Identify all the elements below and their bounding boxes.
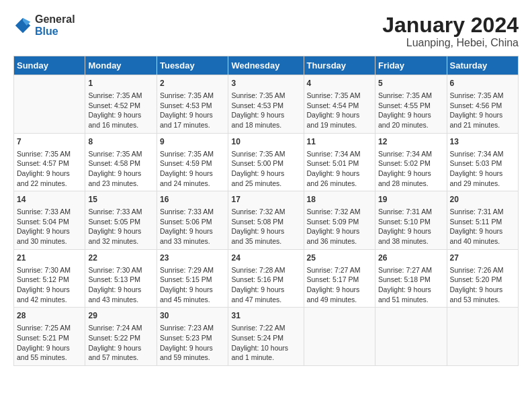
day-number: 5 [378,78,443,89]
cell-info-line: and 57 minutes. [88,353,153,363]
calendar-week-row: 14Sunrise: 7:33 AMSunset: 5:04 PMDayligh… [14,191,519,250]
cell-info-line: and 19 minutes. [307,120,372,130]
cell-info-line: Sunrise: 7:33 AM [160,207,225,217]
cell-info-line: Sunrise: 7:23 AM [160,323,225,333]
calendar-cell: 3Sunrise: 7:35 AMSunset: 4:53 PMDaylight… [228,75,304,134]
day-number: 31 [231,310,300,322]
day-number: 3 [231,78,300,89]
title-block: January 2024 Luanping, Hebei, China [382,13,519,49]
day-of-week-header: Friday [375,56,447,75]
calendar-cell: 10Sunrise: 7:35 AMSunset: 5:00 PMDayligh… [228,133,304,191]
cell-info-line: Sunset: 5:17 PM [307,275,372,285]
day-number: 14 [17,194,82,205]
cell-info-line: Sunset: 5:11 PM [450,217,516,227]
calendar-cell: 28Sunrise: 7:25 AMSunset: 5:21 PMDayligh… [14,308,85,366]
cell-info-line: Daylight: 9 hours [450,226,516,236]
day-of-week-header: Monday [85,56,157,75]
cell-info-line: Daylight: 9 hours [231,169,300,179]
day-number: 22 [88,253,153,264]
cell-info-line: Sunset: 4:53 PM [231,101,300,111]
cell-info-line: and 29 minutes. [450,179,516,189]
cell-info-line: Sunset: 4:59 PM [160,158,225,169]
cell-info-line: Daylight: 9 hours [231,110,300,120]
day-number: 25 [307,253,372,264]
cell-info-line: Daylight: 9 hours [17,285,82,295]
cell-info-line: Sunrise: 7:32 AM [307,207,372,217]
cell-info-line: Sunset: 4:53 PM [160,101,225,111]
cell-info-line: and 59 minutes. [160,353,225,363]
cell-info-line: and 49 minutes. [307,295,372,305]
cell-info-line: and 26 minutes. [307,179,372,189]
cell-info-line: and 47 minutes. [231,295,300,305]
logo: General Blue [13,13,75,38]
cell-info-line: Daylight: 9 hours [378,285,443,295]
cell-info-line: and 42 minutes. [17,295,82,305]
calendar-week-row: 28Sunrise: 7:25 AMSunset: 5:21 PMDayligh… [14,308,519,366]
cell-info-line: Sunrise: 7:35 AM [88,149,153,159]
calendar-cell: 20Sunrise: 7:31 AMSunset: 5:11 PMDayligh… [447,191,519,250]
cell-info-line: and 20 minutes. [378,120,443,130]
day-number: 2 [160,78,225,89]
cell-info-line: and 1 minute. [231,353,300,363]
cell-info-line: Sunrise: 7:31 AM [450,207,516,217]
calendar-cell: 6Sunrise: 7:35 AMSunset: 4:56 PMDaylight… [447,75,519,134]
day-of-week-header: Wednesday [228,56,304,75]
calendar-cell [447,308,519,366]
cell-info-line: Daylight: 9 hours [378,169,443,179]
cell-info-line: Sunrise: 7:33 AM [88,207,153,217]
cell-info-line: and 22 minutes. [17,179,82,189]
cell-info-line: Sunrise: 7:25 AM [17,323,82,333]
cell-info-line: Sunrise: 7:30 AM [17,265,82,275]
cell-info-line: Sunset: 5:20 PM [450,275,516,285]
calendar-cell: 1Sunrise: 7:35 AMSunset: 4:52 PMDaylight… [85,75,157,134]
cell-info-line: and 30 minutes. [17,236,82,246]
cell-info-line: Sunrise: 7:34 AM [378,149,443,159]
calendar-cell: 21Sunrise: 7:30 AMSunset: 5:12 PMDayligh… [14,249,85,308]
cell-info-line: and 35 minutes. [231,236,300,246]
day-number: 28 [17,310,82,322]
calendar-cell [14,75,85,134]
cell-info-line: Sunset: 5:22 PM [88,333,153,343]
cell-info-line: Daylight: 9 hours [17,226,82,236]
cell-info-line: Sunrise: 7:35 AM [231,91,300,101]
day-of-week-header: Sunday [14,56,85,75]
day-number: 6 [450,78,516,89]
calendar-cell: 13Sunrise: 7:34 AMSunset: 5:03 PMDayligh… [447,133,519,191]
cell-info-line: Daylight: 9 hours [307,285,372,295]
day-number: 16 [160,194,225,205]
cell-info-line: Sunrise: 7:35 AM [307,91,372,101]
cell-info-line: Daylight: 9 hours [88,285,153,295]
cell-info-line: Sunrise: 7:35 AM [17,149,82,159]
cell-info-line: Daylight: 9 hours [160,343,225,353]
day-number: 11 [307,136,372,148]
day-number: 19 [378,194,443,205]
cell-info-line: and 25 minutes. [231,179,300,189]
cell-info-line: Sunrise: 7:35 AM [160,149,225,159]
calendar-cell: 2Sunrise: 7:35 AMSunset: 4:53 PMDaylight… [157,75,228,134]
cell-info-line: Sunset: 5:09 PM [307,217,372,227]
cell-info-line: Daylight: 9 hours [307,226,372,236]
cell-info-line: Sunrise: 7:27 AM [378,265,443,275]
cell-info-line: Daylight: 9 hours [450,110,516,120]
cell-info-line: and 55 minutes. [17,353,82,363]
cell-info-line: Sunset: 4:57 PM [17,158,82,169]
day-number: 18 [307,194,372,205]
cell-info-line: Daylight: 10 hours [231,343,300,353]
day-number: 23 [160,253,225,264]
calendar-cell: 9Sunrise: 7:35 AMSunset: 4:59 PMDaylight… [157,133,228,191]
calendar-cell: 24Sunrise: 7:28 AMSunset: 5:16 PMDayligh… [228,249,304,308]
cell-info-line: and 18 minutes. [231,120,300,130]
cell-info-line: Sunrise: 7:35 AM [88,91,153,101]
cell-info-line: Sunset: 4:55 PM [378,101,443,111]
cell-info-line: Sunset: 4:52 PM [88,101,153,111]
cell-info-line: and 32 minutes. [88,236,153,246]
cell-info-line: Sunrise: 7:35 AM [450,91,516,101]
day-number: 26 [378,253,443,264]
cell-info-line: and 38 minutes. [378,236,443,246]
cell-info-line: and 16 minutes. [88,120,153,130]
cell-info-line: Daylight: 9 hours [450,285,516,295]
day-number: 17 [231,194,300,205]
cell-info-line: Sunrise: 7:34 AM [307,149,372,159]
calendar-cell: 19Sunrise: 7:31 AMSunset: 5:10 PMDayligh… [375,191,447,250]
day-number: 12 [378,136,443,148]
